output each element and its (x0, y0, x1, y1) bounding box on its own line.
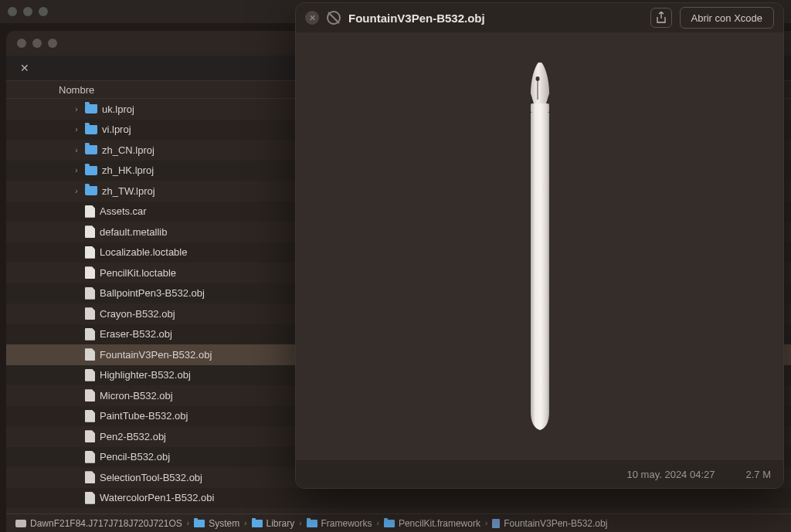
file-row[interactable]: WatercolorPen1-B532.obi (6, 488, 791, 509)
chevron-right-icon: › (244, 519, 246, 527)
disclosure-icon[interactable]: › (73, 125, 80, 134)
path-item[interactable]: PencilKit.framework (384, 518, 480, 529)
open-with-button[interactable]: Abrir con Xcode (680, 7, 775, 29)
window-traffic-lights (17, 39, 57, 48)
path-item[interactable]: Frameworks (307, 518, 372, 529)
path-label: System (209, 518, 239, 529)
file-icon (492, 519, 500, 528)
quicklook-close-button[interactable]: ✕ (305, 11, 319, 25)
folder-icon (194, 520, 205, 527)
obj-file-icon (85, 410, 95, 422)
folder-icon (307, 520, 317, 527)
file-name-label: vi.lproj (102, 124, 131, 135)
fountain-pen-icon (517, 61, 563, 432)
obj-file-icon (85, 369, 95, 381)
quicklook-preview[interactable] (296, 32, 783, 460)
path-item[interactable]: Library (252, 518, 295, 529)
path-item[interactable]: FountainV3Pen-B532.obj (492, 518, 607, 529)
obj-file-icon (85, 287, 95, 300)
folder-icon (85, 166, 97, 175)
file-name-label: uk.lproj (102, 103, 134, 115)
file-name-label: Localizable.loctable (100, 246, 187, 258)
obj-file-icon (85, 307, 95, 320)
disk-icon (15, 520, 26, 527)
file-name-label: zh_CN.lproj (102, 144, 154, 156)
quicklook-size: 2.7 M (745, 469, 771, 480)
folder-icon (85, 145, 97, 154)
quicklook-titlebar: ✕ FountainV3Pen-B532.obj Abrir con Xcode (296, 3, 783, 32)
file-name-label: BallpointPen3-B532.obj (100, 287, 205, 299)
window-close[interactable] (17, 39, 26, 48)
path-label: FountainV3Pen-B532.obj (504, 518, 607, 529)
file-name-label: Pencil-B532.obj (100, 451, 170, 463)
file-name-label: Micron-B532.obj (100, 390, 173, 402)
path-item[interactable]: DawnF21F84.J717J718J720J721OS (15, 518, 182, 529)
obj-file-icon (85, 348, 95, 361)
path-item[interactable]: System (194, 518, 239, 529)
file-name-label: default.metallib (100, 226, 167, 238)
path-label: Frameworks (321, 518, 372, 529)
obj-file-icon (85, 389, 95, 402)
traffic-light-zoom[interactable] (39, 7, 48, 16)
quicklook-date: 10 may. 2024 04:27 (627, 469, 715, 480)
window-zoom[interactable] (48, 39, 57, 48)
path-label: Library (266, 518, 295, 529)
file-icon (85, 266, 95, 279)
file-name-label: Crayon-B532.obj (100, 308, 175, 320)
quicklook-title: FountainV3Pen-B532.obj (348, 12, 643, 25)
chevron-right-icon: › (377, 519, 379, 527)
file-icon (85, 205, 95, 218)
obj-file-icon (85, 492, 95, 504)
path-label: PencilKit.framework (399, 518, 480, 529)
folder-icon (85, 104, 97, 114)
file-name-label: SelectionTool-B532.obj (100, 472, 202, 483)
folder-icon (384, 520, 395, 527)
file-name-label: Eraser-B532.obj (100, 328, 172, 340)
file-name-label: WatercolorPen1-B532.obi (100, 492, 214, 503)
disclosure-icon[interactable]: › (73, 166, 80, 175)
disclosure-icon[interactable]: › (73, 187, 80, 195)
chevron-right-icon: › (485, 519, 487, 527)
traffic-light-minimize[interactable] (23, 7, 32, 16)
chevron-right-icon: › (299, 519, 301, 527)
file-name-label: zh_TW.lproj (102, 185, 155, 197)
chevron-right-icon: › (187, 519, 189, 527)
obj-file-icon (85, 328, 95, 341)
obj-file-icon (85, 471, 95, 483)
traffic-light-close[interactable] (8, 7, 17, 16)
path-label: DawnF21F84.J717J718J720J721OS (30, 518, 182, 529)
disclosure-icon[interactable]: › (73, 146, 80, 154)
svg-point-0 (535, 76, 539, 81)
file-name-label: PaintTube-B532.obj (100, 410, 188, 422)
close-tab-icon[interactable]: ✕ (20, 62, 29, 74)
readonly-icon (327, 11, 341, 25)
obj-file-icon (85, 451, 95, 463)
obj-file-icon (85, 430, 95, 442)
quicklook-window: ✕ FountainV3Pen-B532.obj Abrir con Xcode (295, 2, 784, 489)
folder-icon (252, 520, 263, 527)
app-traffic-lights (8, 7, 48, 16)
path-bar: DawnF21F84.J717J718J720J721OS›System›Lib… (6, 513, 791, 532)
folder-icon (85, 186, 97, 195)
file-icon (85, 225, 95, 238)
file-name-label: zh_HK.lproj (102, 164, 154, 176)
window-minimize[interactable] (32, 39, 42, 48)
file-icon (85, 246, 95, 259)
file-name-label: Highlighter-B532.obj (100, 369, 191, 381)
file-name-label: Pen2-B532.obj (100, 431, 166, 442)
file-name-label: FountainV3Pen-B532.obj (100, 349, 212, 361)
file-name-label: Assets.car (100, 205, 147, 217)
file-name-label: PencilKit.loctable (100, 267, 176, 279)
svg-rect-1 (531, 103, 549, 113)
quicklook-footer: 10 may. 2024 04:27 2.7 M (296, 460, 783, 488)
folder-icon (85, 125, 97, 134)
share-button[interactable] (650, 8, 672, 28)
disclosure-icon[interactable]: › (73, 105, 80, 114)
